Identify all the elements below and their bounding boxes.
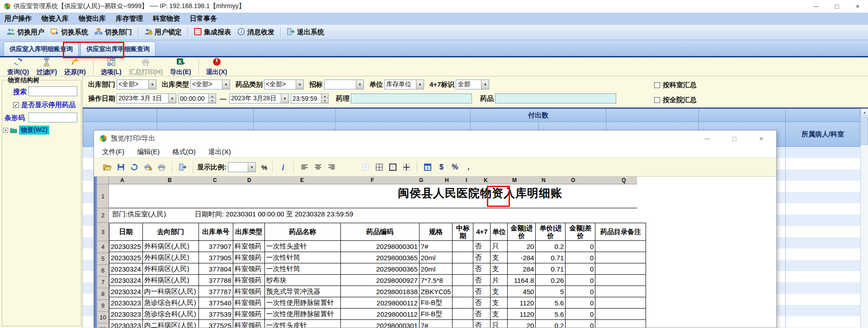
tab-outbound-detail-active[interactable]: 供应室出库明细账查询 [80,42,156,56]
row-number-cell: 8 [97,288,109,300]
pharmacology-label: 药理 [336,94,349,103]
refresh-icon[interactable] [128,161,140,173]
grid-vertical-scrollbar[interactable]: ▲ [860,108,868,328]
filter-combobox[interactable]: <全部>▼ [190,80,230,89]
switch-dept-icon [94,28,103,37]
report-column-header: 药品目录备注 [595,223,646,241]
info-icon[interactable]: i [277,161,289,173]
report-cell: 1120 [508,297,536,309]
report-cell: 20230324 [109,286,143,297]
by-dept-checkbox[interactable] [654,82,660,88]
to-time-spinner[interactable]: 23:59:59▲▼ [291,94,329,103]
currency-icon[interactable]: $ [435,161,447,173]
report-cell: 否 [473,252,491,263]
maximize-button[interactable]: □ [826,0,847,13]
dropdown-arrow-icon[interactable]: ▼ [481,80,489,89]
tab-bar: 供应室入库明细账查询供应室出库明细账查询 [0,40,868,57]
toolbar-button[interactable]: 退出系统 [287,28,324,37]
grid-inner-icon[interactable] [401,161,412,173]
grid-header-cell [785,108,860,122]
align-left-icon[interactable] [298,161,310,173]
report-cell: 377539 [198,309,233,320]
show-disabled-label: 是否显示停用药品 [21,101,75,109]
app-logo-icon [4,3,11,10]
menubar-item[interactable]: 库存管理 [116,14,143,23]
action-button[interactable]: 退出(X) [206,57,227,76]
menubar-item[interactable]: 物资入库 [42,14,69,23]
pharmacology-input[interactable] [351,94,472,103]
toolbar-button[interactable]: 用户锁定 [144,28,182,37]
align-center-icon[interactable] [312,161,324,173]
menubar-item[interactable]: 科室物资 [153,14,180,23]
filter-combobox[interactable]: 全部▼ [456,80,489,89]
print-icon[interactable] [156,161,167,173]
filter-combobox[interactable]: <全部>▼ [264,80,304,89]
menubar-item[interactable]: 用户操作 [5,14,32,23]
operation-date-label: 操作日期 [88,94,115,103]
dialog-minimize-button[interactable]: ─ [702,133,712,143]
scrollbar-thumb[interactable] [861,117,868,145]
dialog-close-button[interactable]: × [756,133,766,143]
report-cell: 0.2 [536,241,566,252]
save-icon[interactable] [115,161,127,173]
search-input[interactable] [28,86,77,96]
drug-input[interactable] [495,94,616,103]
dialog-menu-item[interactable]: 编辑(E) [137,148,160,156]
dropdown-arrow-icon[interactable]: ▼ [248,163,255,172]
dropdown-arrow-icon[interactable]: ▼ [296,80,303,89]
switch-system-icon [51,28,59,37]
toolbar-button[interactable]: 切换部门 [94,28,132,37]
title-bar: 供应室管理系统【供应室(人民)--易联众--9999】 ---- IP: 192… [0,0,868,13]
dropdown-arrow-icon[interactable]: ▼ [222,80,230,89]
menubar-item[interactable]: 物资出库 [79,14,106,23]
align-right-icon[interactable] [326,161,337,173]
format-table-icon[interactable] [422,161,434,173]
action-button[interactable]: X导出(E) [170,57,191,76]
dialog-menu-item[interactable]: 退出(X) [208,148,231,156]
barcode-input[interactable] [28,112,77,122]
report-cell: 科室领药 [233,241,264,252]
minimize-button[interactable]: ─ [806,0,826,13]
action-button[interactable]: 过滤(F) [36,57,57,76]
comma-format-icon[interactable]: , [462,161,474,173]
tree-expand-icon[interactable]: + [3,128,8,133]
grid-dotted-icon[interactable] [360,161,372,173]
filter-combobox[interactable]: 库存单位▼ [384,80,424,89]
toolbar-button[interactable]: 集成报表 [194,28,231,37]
toolbar-button[interactable]: i消息收发 [237,28,274,37]
scroll-up-icon[interactable]: ▲ [861,108,868,116]
toolbar-button[interactable]: 切换用户 [7,28,44,37]
action-button[interactable]: 选项(L) [101,57,122,76]
filter-combobox[interactable]: ▼ [324,80,364,89]
tab-inbound-detail[interactable]: 供应室入库明细账查询 [4,42,79,56]
menubar-item[interactable]: 日常事务 [190,14,217,23]
open-icon[interactable] [101,161,113,173]
zoom-ratio-combobox[interactable]: ▼ [228,162,256,172]
grid-outer-icon[interactable] [387,161,399,173]
dialog-menu-item[interactable]: 文件(F) [102,148,124,156]
action-button[interactable]: 还原(R) [64,57,85,76]
dropdown-arrow-icon: ▼ [281,94,288,103]
from-date-picker[interactable]: 2023年 3月 1日▼ [117,94,176,103]
toolbar-button[interactable]: 切换系统 [51,28,88,37]
dropdown-arrow-icon[interactable]: ▼ [148,80,156,89]
exit-door-icon[interactable] [177,161,189,173]
show-disabled-checkbox[interactable]: ✓ [13,102,19,108]
dialog-maximize-button[interactable]: □ [729,133,739,143]
print-setup-icon[interactable] [142,161,154,173]
action-button[interactable]: 查询(Q) [7,57,29,76]
from-time-spinner[interactable]: 00:00:00▲▼ [178,94,216,103]
tree-root-item[interactable]: + 物资(WZ) [3,126,49,135]
report-cell: 20230323 [109,320,143,328]
grid-all-icon[interactable] [373,161,385,173]
percent-format-icon[interactable]: % [449,161,461,173]
by-hospital-checkbox[interactable] [654,97,660,103]
dropdown-arrow-icon[interactable]: ▼ [356,80,363,89]
dialog-menu-item[interactable]: 格式(O) [172,148,196,156]
dropdown-arrow-icon[interactable]: ▼ [416,80,424,89]
report-cell: 377905 [198,252,233,263]
to-date-picker[interactable]: 2023年 3月28日▼ [229,94,289,103]
close-button[interactable]: × [847,0,868,13]
report-cell: 0 [566,297,595,309]
filter-combobox[interactable]: <全部>▼ [117,80,156,89]
